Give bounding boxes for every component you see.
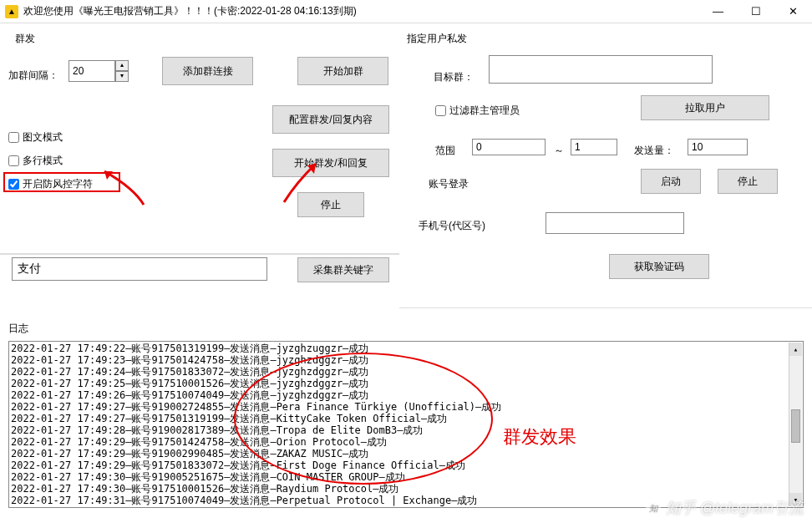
scrollbar[interactable]: ▴ ▾	[789, 343, 802, 506]
log-line: 2022-01-27 17:49:24—账号917501833072—发送消息—…	[11, 366, 801, 378]
log-line: 2022-01-27 17:49:22—账号917501319199—发送消息—…	[11, 343, 801, 354]
get-code-button[interactable]: 获取验证码	[609, 254, 709, 279]
spin-up-icon[interactable]: ▴	[115, 60, 129, 71]
multiline-check[interactable]: 多行模式	[8, 154, 63, 168]
range-label: 范围	[435, 144, 455, 158]
phone-label: 手机号(代区号)	[419, 219, 485, 233]
minimize-button[interactable]: —	[699, 0, 737, 23]
titlebar: ▲ 欢迎您使用《曝光王电报营销工具》！！！(卡密:2022-01-28 04:1…	[0, 0, 812, 23]
start-bulk-send-button[interactable]: 开始群发/和回复	[272, 149, 389, 177]
image-mode-check[interactable]: 图文模式	[8, 130, 63, 145]
bulk-title: 群发	[15, 32, 35, 46]
tilde-icon: ～	[554, 144, 564, 158]
log-line: 2022-01-27 17:49:30—账号919005251675—发送消息—…	[11, 471, 801, 483]
send-qty-label: 发送量：	[634, 144, 674, 158]
app-icon: ▲	[5, 5, 18, 18]
close-button[interactable]: ✕	[774, 0, 812, 23]
spin-down-icon[interactable]: ▾	[115, 71, 129, 82]
log-line: 2022-01-27 17:49:29—账号917501833072—发送消息—…	[11, 460, 801, 471]
phone-input[interactable]	[546, 212, 684, 234]
interval-label: 加群间隔：	[8, 69, 58, 83]
keyword-input[interactable]	[12, 257, 267, 281]
log-section: 日志 ▴ ▾ 2022-01-27 17:49:22—账号91750131919…	[8, 322, 804, 508]
target-input[interactable]	[489, 55, 713, 84]
scroll-down-icon[interactable]: ▾	[789, 493, 802, 506]
log-line: 2022-01-27 17:49:25—账号917510001526—发送消息—…	[11, 378, 801, 389]
range-to-input[interactable]	[571, 139, 617, 155]
log-line: 2022-01-27 17:49:29—账号917501424758—发送消息—…	[11, 436, 801, 448]
add-group-link-button[interactable]: 添加群连接	[162, 57, 253, 85]
log-line: 2022-01-27 17:49:28—账号919002817389—发送消息—…	[11, 424, 801, 436]
log-line: 2022-01-27 17:49:27—账号919002724855—发送消息—…	[11, 401, 801, 413]
dm-title: 指定用户私发	[407, 32, 467, 46]
account-login-label: 账号登录	[429, 177, 469, 191]
scroll-thumb[interactable]	[791, 409, 800, 443]
stop-login-button[interactable]: 停止	[718, 169, 778, 194]
start-login-button[interactable]: 启动	[641, 169, 701, 194]
send-qty-input[interactable]	[688, 139, 748, 155]
log-label: 日志	[8, 322, 804, 336]
stop-button[interactable]: 停止	[297, 192, 364, 217]
annotation-red-box	[3, 172, 120, 192]
log-line: 2022-01-27 17:49:27—账号917501319199—发送消息—…	[11, 413, 801, 424]
log-line: 2022-01-27 17:49:30—账号917510001526—发送消息—…	[11, 483, 801, 495]
start-join-button[interactable]: 开始加群	[297, 57, 388, 85]
log-line: 2022-01-27 17:49:23—账号917501424758—发送消息—…	[11, 354, 801, 366]
target-label: 目标群：	[434, 70, 474, 84]
log-line: 2022-01-27 17:49:26—账号917510074049—发送消息—…	[11, 389, 801, 401]
maximize-button[interactable]: ☐	[737, 0, 774, 23]
interval-spinner[interactable]: ▴ ▾	[69, 60, 129, 82]
config-content-button[interactable]: 配置群发/回复内容	[272, 105, 389, 134]
log-line: 2022-01-27 17:49:31—账号917510074049—发送消息—…	[11, 495, 801, 506]
log-textarea[interactable]: ▴ ▾ 2022-01-27 17:49:22—账号917501319199—发…	[8, 341, 804, 508]
scroll-up-icon[interactable]: ▴	[789, 343, 802, 356]
filter-admin-check[interactable]: 过滤群主管理员	[435, 104, 520, 118]
pull-users-button[interactable]: 拉取用户	[641, 95, 769, 120]
interval-input[interactable]	[69, 60, 115, 82]
collect-keyword-button[interactable]: 采集群关键字	[297, 257, 389, 282]
window-title: 欢迎您使用《曝光王电报营销工具》！！！(卡密:2022-01-28 04:16:…	[23, 4, 699, 18]
range-from-input[interactable]	[472, 139, 546, 155]
log-line: 2022-01-27 17:49:29—账号919002990485—发送消息—…	[11, 448, 801, 460]
